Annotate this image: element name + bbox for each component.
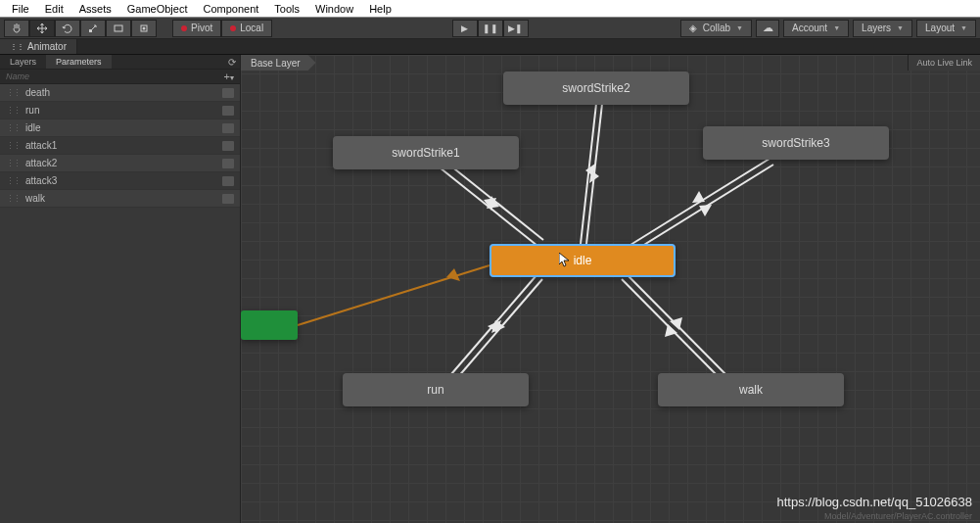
- scale-tool[interactable]: [80, 20, 106, 37]
- menu-component[interactable]: Component: [195, 3, 266, 15]
- param-type-icon: [222, 106, 234, 116]
- transition-edges: [241, 55, 980, 523]
- menu-bar: File Edit Assets GameObject Component To…: [0, 0, 980, 18]
- pivot-button[interactable]: Pivot: [172, 20, 221, 37]
- rotate-tool[interactable]: [55, 20, 80, 37]
- main-toolbar: Pivot Local ▶ ❚❚ ▶❚ ◈Collab▼ ☁ Account▼ …: [0, 18, 980, 39]
- add-parameter-button[interactable]: +▾: [224, 71, 234, 82]
- transform-tool[interactable]: [131, 20, 157, 37]
- svg-rect-0: [89, 29, 92, 32]
- tab-options-icon[interactable]: ⋮⋮: [10, 42, 23, 51]
- state-node-swordstrike3[interactable]: swordStrike3: [703, 126, 889, 160]
- layers-dropdown[interactable]: Layers▼: [853, 20, 912, 37]
- param-type-icon: [222, 194, 234, 204]
- drag-handle-icon[interactable]: ⋮⋮: [6, 106, 20, 116]
- mouse-cursor-icon: [559, 253, 571, 268]
- parameter-list: ⋮⋮death ⋮⋮run ⋮⋮idle ⋮⋮attack1 ⋮⋮attack2…: [0, 84, 240, 523]
- menu-window[interactable]: Window: [307, 3, 361, 15]
- menu-assets[interactable]: Assets: [71, 3, 119, 15]
- param-death[interactable]: ⋮⋮death: [0, 84, 240, 102]
- menu-file[interactable]: File: [4, 3, 37, 15]
- breadcrumb: Base Layer: [241, 55, 316, 71]
- param-type-icon: [222, 159, 234, 168]
- search-row: Name +▾: [0, 70, 240, 84]
- param-type-icon: [222, 176, 234, 186]
- pause-button[interactable]: ❚❚: [478, 20, 503, 37]
- transform-tools: [4, 20, 157, 37]
- state-node-idle[interactable]: idle: [490, 244, 676, 277]
- menu-help[interactable]: Help: [361, 3, 399, 15]
- param-type-icon: [222, 123, 234, 133]
- state-node-entry[interactable]: [241, 310, 298, 340]
- cloud-button[interactable]: ☁: [756, 20, 779, 37]
- state-node-walk[interactable]: walk: [658, 373, 844, 406]
- param-type-icon: [222, 88, 234, 98]
- param-walk[interactable]: ⋮⋮walk: [0, 190, 240, 208]
- param-idle[interactable]: ⋮⋮idle: [0, 119, 240, 137]
- layout-dropdown[interactable]: Layout▼: [916, 20, 976, 37]
- animator-tab[interactable]: ⋮⋮Animator: [0, 39, 77, 54]
- breadcrumb-base-layer[interactable]: Base Layer: [241, 55, 316, 71]
- state-node-swordstrike1[interactable]: swordStrike1: [333, 136, 519, 169]
- layers-tab[interactable]: Layers: [0, 55, 46, 69]
- drag-handle-icon[interactable]: ⋮⋮: [6, 88, 20, 98]
- move-tool[interactable]: [29, 20, 55, 37]
- step-button[interactable]: ▶❚: [503, 20, 529, 37]
- window-tabs: ⋮⋮Animator: [0, 39, 980, 55]
- svg-line-4: [298, 265, 490, 325]
- graph-canvas[interactable]: Base Layer Auto Live Link: [241, 55, 980, 523]
- drag-handle-icon[interactable]: ⋮⋮: [6, 194, 20, 204]
- hand-tool[interactable]: [4, 20, 29, 37]
- animator-sidebar: Layers Parameters ⟳ Name +▾ ⋮⋮death ⋮⋮ru…: [0, 55, 241, 523]
- watermark: https://blog.csdn.net/qq_51026638: [777, 495, 973, 509]
- asset-path-label: Model/Adventurer/PlayerAC.controller: [824, 511, 972, 521]
- collab-dropdown[interactable]: ◈Collab▼: [680, 20, 752, 37]
- state-node-swordstrike2[interactable]: swordStrike2: [503, 71, 689, 105]
- menu-gameobject[interactable]: GameObject: [119, 3, 196, 15]
- drag-handle-icon[interactable]: ⋮⋮: [6, 176, 20, 186]
- svg-point-3: [143, 26, 146, 29]
- param-attack3[interactable]: ⋮⋮attack3: [0, 172, 240, 190]
- drag-handle-icon[interactable]: ⋮⋮: [6, 141, 20, 151]
- auto-live-link-button[interactable]: Auto Live Link: [908, 55, 980, 71]
- play-controls: ▶ ❚❚ ▶❚: [452, 20, 529, 37]
- account-dropdown[interactable]: Account▼: [783, 20, 849, 37]
- refresh-icon[interactable]: ⟳: [228, 57, 236, 68]
- search-placeholder[interactable]: Name: [6, 71, 29, 81]
- svg-rect-1: [115, 25, 122, 31]
- play-button[interactable]: ▶: [452, 20, 478, 37]
- rect-tool[interactable]: [106, 20, 131, 37]
- pivot-group: Pivot Local: [172, 20, 272, 37]
- menu-edit[interactable]: Edit: [37, 3, 71, 15]
- state-node-run[interactable]: run: [343, 373, 529, 406]
- svg-marker-16: [692, 191, 705, 203]
- menu-tools[interactable]: Tools: [266, 3, 307, 15]
- sidebar-tabs: Layers Parameters ⟳: [0, 55, 240, 70]
- drag-handle-icon[interactable]: ⋮⋮: [6, 159, 20, 168]
- param-attack1[interactable]: ⋮⋮attack1: [0, 137, 240, 155]
- param-attack2[interactable]: ⋮⋮attack2: [0, 155, 240, 172]
- main-area: Layers Parameters ⟳ Name +▾ ⋮⋮death ⋮⋮ru…: [0, 55, 980, 523]
- local-button[interactable]: Local: [221, 20, 272, 37]
- drag-handle-icon[interactable]: ⋮⋮: [6, 123, 20, 133]
- param-type-icon: [222, 141, 234, 151]
- parameters-tab[interactable]: Parameters: [46, 55, 112, 69]
- param-run[interactable]: ⋮⋮run: [0, 102, 240, 119]
- right-toolbar: ◈Collab▼ ☁ Account▼ Layers▼ Layout▼: [680, 20, 976, 37]
